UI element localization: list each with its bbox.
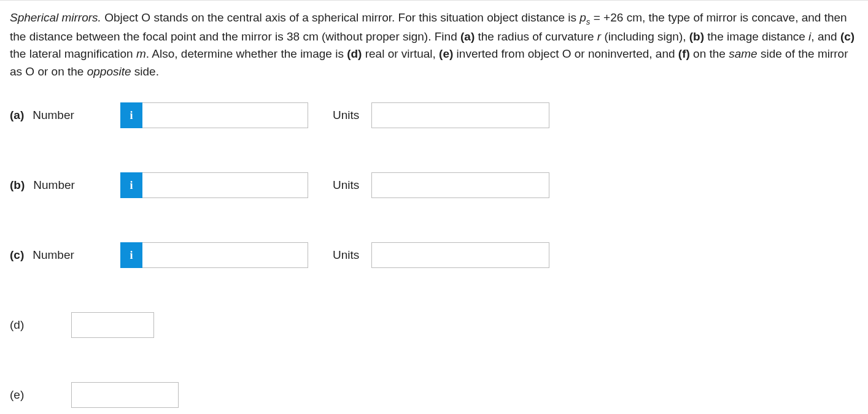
part-c-units-label: Units — [333, 247, 359, 264]
part-f-bold: (f) — [678, 47, 690, 60]
row-a: (a)Number i Units — [10, 102, 858, 128]
part-e-letter: (e) — [10, 388, 24, 401]
question-text: Spherical mirrors. Object O stands on th… — [10, 9, 858, 80]
row-e: (e) — [10, 382, 858, 408]
part-a-number-input[interactable] — [142, 102, 308, 128]
info-icon[interactable]: i — [120, 172, 142, 198]
q-t7: the lateral magnification — [10, 47, 136, 60]
part-a-units-label: Units — [333, 107, 359, 125]
part-d-bold: (d) — [347, 47, 362, 60]
row-c: (c)Number i Units — [10, 242, 858, 268]
info-icon[interactable]: i — [120, 102, 142, 128]
part-c-bold: (c) — [840, 30, 854, 43]
q-t1: Object O stands on the central axis of a… — [101, 11, 579, 24]
part-e-label: (e) — [10, 386, 71, 404]
var-ps: p — [579, 11, 586, 24]
part-b-number-input[interactable] — [142, 172, 308, 198]
q-t9: real or virtual, — [362, 47, 439, 60]
part-b-word: Number — [33, 178, 75, 191]
part-b-letter: (b) — [10, 178, 25, 191]
row-d: (d) — [10, 312, 858, 338]
q-t3: the radius of curvature — [475, 30, 597, 43]
part-a-letter: (a) — [10, 109, 24, 121]
same-italic: same — [729, 47, 757, 60]
part-a-units-select[interactable] — [371, 102, 549, 128]
part-c-word: Number — [33, 248, 74, 261]
part-a-label: (a)Number — [10, 107, 120, 125]
part-e-select[interactable] — [71, 382, 179, 408]
part-c-label: (c)Number — [10, 247, 120, 264]
part-d-label: (d) — [10, 316, 71, 334]
opposite-italic: opposite — [87, 65, 131, 78]
part-b-units-select[interactable] — [371, 172, 549, 198]
q-t6: , and — [811, 30, 840, 43]
part-c-letter: (c) — [10, 248, 24, 261]
part-e-bold: (e) — [439, 47, 453, 60]
part-b-bold: (b) — [689, 30, 704, 43]
part-d-select[interactable] — [71, 312, 154, 338]
part-a-word: Number — [33, 109, 74, 121]
q-t13: side. — [131, 65, 159, 78]
part-c-units-select[interactable] — [371, 242, 549, 268]
intro-italic: Spherical mirrors. — [10, 11, 101, 24]
q-t10: inverted from object O or noninverted, a… — [453, 47, 678, 60]
q-t8: . Also, determine whether the image is — [146, 47, 347, 60]
q-t4: (including sign), — [601, 30, 689, 43]
part-d-letter: (d) — [10, 318, 24, 331]
part-a-bold: (a) — [460, 30, 475, 43]
q-t5: the image distance — [704, 30, 808, 43]
info-icon[interactable]: i — [120, 242, 142, 268]
part-b-units-label: Units — [333, 177, 359, 194]
part-c-number-input[interactable] — [142, 242, 308, 268]
part-b-label: (b)Number — [10, 177, 120, 194]
var-m: m — [136, 47, 146, 60]
row-b: (b)Number i Units — [10, 172, 858, 198]
q-t11: on the — [690, 47, 729, 60]
